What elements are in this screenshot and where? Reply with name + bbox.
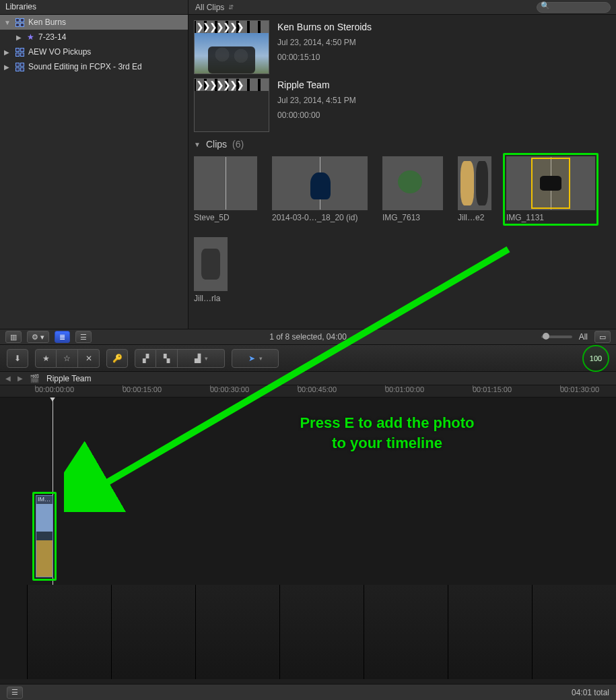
clip-thumbnail[interactable] (272, 156, 368, 210)
project-title: Ripple Team (277, 79, 356, 90)
speed-value: 100 (590, 354, 602, 362)
event-7-23-14[interactable]: ▶ ★ 7-23-14 (0, 30, 188, 44)
timeline-index-button[interactable]: ☰ (7, 687, 23, 699)
library-icon (15, 47, 24, 57)
total-duration-label: 04:01 total (572, 688, 609, 697)
duration-mode-label[interactable]: All (579, 332, 588, 342)
insert-button[interactable]: ▚ (156, 349, 178, 368)
cursor-icon: ↖ (549, 181, 557, 192)
clip-label: Jill…rla (194, 294, 228, 303)
clip-thumbnail[interactable] (194, 237, 228, 291)
favorite-button[interactable]: ★ (35, 349, 57, 368)
speed-dial[interactable]: 100 (582, 345, 609, 372)
timeline-lanes (27, 585, 616, 679)
search-input[interactable] (537, 2, 611, 13)
clip-skimming-button[interactable]: ▭ (594, 331, 611, 343)
annotation-line: Press E to add the photo (256, 413, 518, 433)
ruler-tick: 00:00:45:00 (298, 385, 337, 393)
ruler-tick: 00:01:00:00 (385, 385, 424, 393)
disclosure-icon[interactable]: ▼ (4, 19, 11, 26)
unrate-button[interactable]: ☆ (57, 349, 78, 368)
ruler-tick: 00:00:00:00 (35, 385, 74, 393)
library-ken-burns[interactable]: ▼ Ken Burns (0, 15, 188, 30)
disclosure-icon[interactable]: ▶ (4, 63, 11, 71)
import-button[interactable]: ⬇ (7, 349, 28, 368)
clapboard-icon: 🎬 (30, 374, 40, 383)
project-thumbnail[interactable]: ❯❯❯❯❯❯❯ (194, 20, 269, 74)
clip-jill-rla[interactable]: Jill…rla (194, 237, 228, 303)
project-item[interactable]: ❯❯❯❯❯❯❯ Ken Burns on Steroids Jul 23, 20… (194, 20, 611, 74)
annotation-line: to your timeline (256, 433, 518, 453)
clip-label: IMG_7613 (382, 213, 443, 222)
clip-browser: ❯❯❯❯❯❯❯ Ken Burns on Steroids Jul 23, 20… (189, 15, 616, 329)
clip-thumbnail[interactable] (194, 156, 257, 210)
clip-label: IMG_1131 (506, 213, 595, 222)
clip-label: 2014-03-0…_18_20 (id) (272, 213, 368, 222)
ruler-tick: 00:01:15:00 (473, 385, 512, 393)
ruler-tick: 00:00:15:00 (123, 385, 162, 393)
timeline-clip-label: IM… (36, 496, 53, 504)
timeline-clip-thumb (36, 504, 53, 577)
clip-thumbnail[interactable] (458, 156, 491, 210)
clip-thumbnail[interactable]: ↖ (506, 156, 595, 210)
settings-button[interactable]: ⚙ ▾ (27, 331, 49, 343)
reject-button[interactable]: ✕ (78, 349, 100, 368)
project-date: Jul 23, 2014, 4:50 PM (277, 38, 372, 47)
annotation-text: Press E to add the photo to your timelin… (256, 413, 518, 453)
project-thumbnail[interactable]: ❯❯❯❯❯❯❯ (194, 78, 269, 132)
list-view-button[interactable]: ☰ (75, 331, 92, 343)
library-label: Sound Editing in FCPX - 3rd Ed (28, 62, 142, 71)
library-aew-vo-pickups[interactable]: ▶ AEW VO Pickups (0, 44, 188, 59)
ruler-tick: 00:01:30:00 (560, 385, 599, 393)
clip-img-7613[interactable]: IMG_7613 (382, 156, 443, 222)
libraries-header: Libraries (0, 0, 189, 14)
library-icon (15, 62, 24, 71)
project-item[interactable]: ❯❯❯❯❯❯❯ Ripple Team Jul 23, 2014, 4:51 P… (194, 78, 611, 132)
selection-status-label: 1 of 8 selected, 04:00 (0, 332, 616, 342)
clip-label: Jill…e2 (458, 213, 491, 222)
connect-button[interactable]: ▞ (135, 349, 156, 368)
clips-count: (6) (232, 139, 244, 150)
library-sound-editing[interactable]: ▶ Sound Editing in FCPX - 3rd Ed (0, 59, 188, 74)
library-sidebar: ▼ Ken Burns ▶ ★ 7-23-14 ▶ AEW VO Pickups… (0, 15, 189, 329)
timeline-clip-img-1131[interactable]: IM… (32, 492, 57, 581)
clip-thumbnail[interactable] (382, 156, 443, 210)
project-timecode: 00:00:00:00 (277, 110, 356, 120)
tools-dropdown[interactable]: ➤ (232, 349, 279, 368)
event-icon: ★ (27, 32, 34, 42)
clip-filter-label: All Clips (195, 3, 224, 12)
thumbnail-size-slider[interactable] (541, 336, 572, 338)
clip-2014-03-0-18-20-id-[interactable]: 2014-03-0…_18_20 (id) (272, 156, 368, 222)
timeline-back-button[interactable]: ◀ (5, 375, 11, 382)
library-label: AEW VO Pickups (28, 47, 91, 57)
library-label: Ken Burns (28, 18, 66, 27)
timeline-title: Ripple Team (46, 374, 91, 383)
project-date: Jul 23, 2014, 4:51 PM (277, 96, 356, 105)
project-title: Ken Burns on Steroids (277, 22, 372, 32)
library-icon (15, 18, 24, 27)
disclosure-icon[interactable]: ▶ (4, 49, 11, 56)
clip-img-1131[interactable]: ↖IMG_1131 (503, 153, 598, 226)
clip-jill-e2[interactable]: Jill…e2 (458, 156, 491, 222)
clip-filter-dropdown[interactable]: All Clips ⇵ (189, 0, 240, 14)
disclosure-icon[interactable]: ▶ (16, 34, 23, 41)
timeline-forward-button[interactable]: ▶ (18, 375, 23, 382)
event-label: 7-23-14 (38, 32, 66, 42)
clip-appearance-button[interactable]: ▥ (5, 331, 22, 343)
clip-label: Steve_5D (194, 213, 257, 222)
timeline-ruler[interactable]: 00:00:00:0000:00:15:0000:00:30:0000:00:4… (0, 385, 616, 397)
selection-rect (531, 158, 570, 209)
filmstrip-view-button[interactable]: ≣ (55, 331, 70, 343)
clips-section-header[interactable]: ▼ Clips (6) (189, 135, 616, 154)
disclosure-icon[interactable]: ▼ (194, 141, 201, 148)
project-timecode: 00:00:15:10 (277, 53, 372, 62)
sort-icon: ⇵ (228, 3, 234, 11)
append-button[interactable]: ▟ (178, 349, 225, 368)
ruler-tick: 00:00:30:00 (210, 385, 249, 393)
clips-header-label: Clips (206, 139, 227, 150)
clip-steve-5d[interactable]: Steve_5D (194, 156, 257, 222)
keyword-button[interactable]: 🔑 (106, 349, 128, 368)
